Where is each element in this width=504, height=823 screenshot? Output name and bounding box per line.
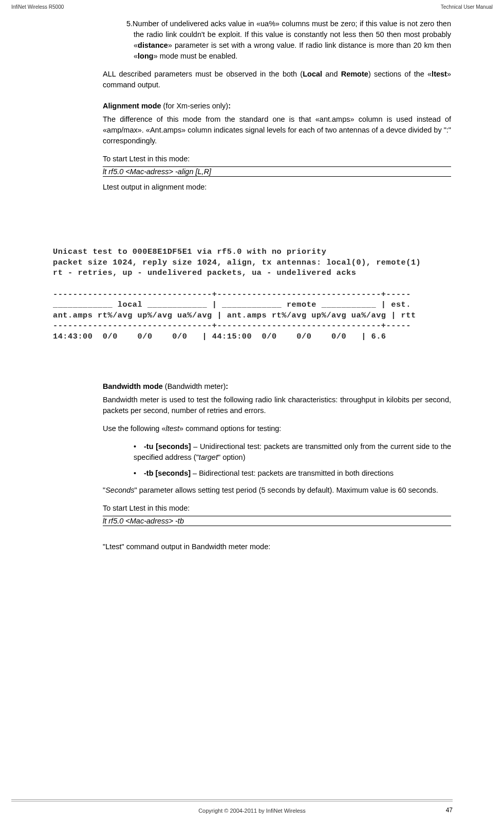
bandwidth-options-label: Use the following «ltest» command option… (103, 423, 451, 434)
alignment-output-label: Ltest output in alignment mode: (103, 182, 451, 193)
bw-output-label: "Ltest" command output in Bandwidth mete… (103, 541, 451, 552)
alignment-command: lt rf5.0 <Mac-adress> -align [L,R] (103, 166, 451, 177)
options-list: •-tu [seconds] – Unidirectional test: pa… (103, 441, 451, 479)
alignment-start-label: To start Ltest in this mode: (103, 154, 451, 164)
bullet-icon: • (134, 441, 144, 452)
heading-bold: Bandwidth mode (103, 382, 163, 390)
header-right: Technical User Manual (441, 4, 493, 10)
terminal-text: Unicast test to 000E8E1DF5E1 via rf5.0 w… (53, 247, 451, 342)
bullet-icon: • (134, 468, 144, 479)
page-number: 47 (446, 807, 453, 814)
heading-colon: : (228, 102, 231, 110)
text: and (322, 70, 341, 78)
bw-start-label: To start Ltest in this mode: (103, 503, 451, 514)
header-left: InfiNet Wireless R5000 (11, 4, 64, 10)
keyword-distance: distance (138, 41, 168, 49)
terminal-output-block: Unicast test to 000E8E1DF5E1 via rf5.0 w… (53, 247, 451, 342)
text: » command options for testing: (179, 424, 281, 433)
keyword-ital: target (199, 453, 218, 461)
heading-colon: : (226, 382, 228, 390)
bw-command: lt rf5.0 <Mac-adress> -tb (103, 516, 451, 526)
keyword-remote: Remote (341, 70, 368, 78)
heading-normal: (Bandwidth meter) (163, 382, 226, 390)
item-text-c: » mode must be enabled. (154, 52, 238, 60)
page-header: InfiNet Wireless R5000 Technical User Ma… (11, 4, 493, 10)
footer-copyright: Copyright © 2004-2011 by InfiNet Wireles… (0, 808, 504, 814)
keyword-ltest: ltest (432, 70, 447, 78)
keyword-long: long (138, 52, 154, 60)
text: ALL described parameters must be observe… (103, 70, 303, 78)
text: ) sections of the « (368, 70, 432, 78)
text: " option) (218, 453, 246, 461)
item-number: 5. (126, 20, 133, 28)
heading-normal: (for Xm-series only) (161, 102, 229, 110)
footer-rule (11, 799, 453, 801)
all-described-para: ALL described parameters must be observe… (103, 69, 451, 90)
text: Bidirectional test: packets are transmit… (199, 469, 394, 477)
main-content-2: Bandwidth mode (Bandwidth meter): Bandwi… (103, 371, 451, 559)
keyword-ltest-ital: ltest (166, 424, 180, 433)
keyword-seconds: Seconds (105, 486, 134, 494)
alignment-mode-heading: Alignment mode (for Xm-series only): (103, 102, 451, 110)
alignment-desc: The difference of this mode from the sta… (103, 114, 451, 146)
option-flag: -tb [seconds] (144, 469, 191, 477)
heading-bold: Alignment mode (103, 102, 161, 110)
keyword-local: Local (303, 70, 322, 78)
bandwidth-desc: Bandwidth meter is used to test the foll… (103, 395, 451, 416)
bandwidth-mode-heading: Bandwidth mode (Bandwidth meter): (103, 382, 451, 390)
list-item-5: 5.Number of undelivered acks value in «u… (103, 18, 451, 62)
main-content: 5.Number of undelivered acks value in «u… (103, 18, 451, 200)
seconds-para: "Seconds" parameter allows setting test … (103, 485, 451, 496)
page: InfiNet Wireless R5000 Technical User Ma… (0, 0, 504, 823)
text: – (191, 442, 200, 451)
text: Use the following « (103, 424, 166, 433)
option-flag: -tu [seconds] (144, 442, 191, 451)
list-item: •-tu [seconds] – Unidirectional test: pa… (134, 441, 451, 463)
text: – (191, 469, 199, 477)
list-item: •-tb [seconds] – Bidirectional test: pac… (134, 468, 451, 479)
text: " parameter allows setting test period (… (135, 486, 438, 494)
